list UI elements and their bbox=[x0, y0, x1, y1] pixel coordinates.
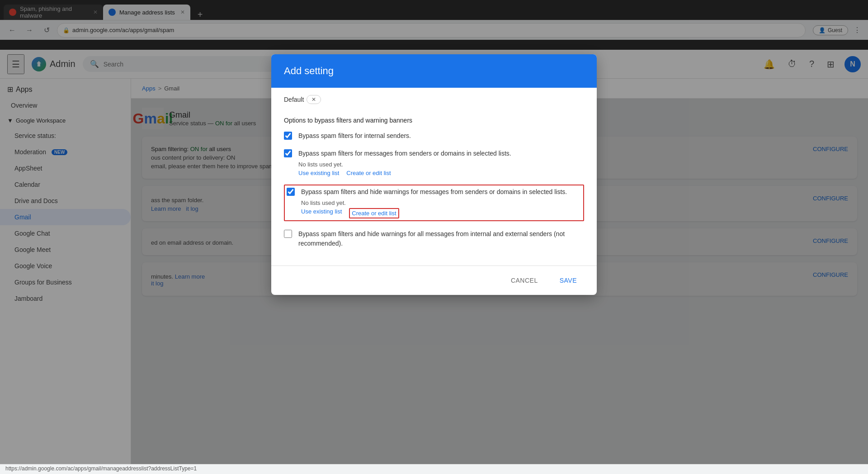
no-lists-text-3: No lists used yet. bbox=[301, 199, 567, 206]
modal-sub-header: Default ✕ bbox=[284, 88, 584, 109]
status-url: https://admin.google.com/ac/apps/gmail/m… bbox=[5, 465, 197, 472]
add-setting-modal: Add setting Default ✕ Options to bypass … bbox=[271, 54, 597, 295]
checkbox-wrapper-1[interactable] bbox=[284, 132, 293, 141]
modal-title: Add setting bbox=[284, 65, 584, 77]
checkbox-label-1: Bypass spam filters for internal senders… bbox=[298, 131, 411, 141]
use-existing-list-link-3[interactable]: Use existing list bbox=[301, 208, 342, 218]
checkbox-bypass-internal[interactable] bbox=[284, 132, 292, 140]
checkbox-label-3: Bypass spam filters and hide warnings fo… bbox=[301, 188, 567, 195]
checkbox-bypass-selected[interactable] bbox=[284, 149, 292, 157]
checkbox-row-3: Bypass spam filters and hide warnings fo… bbox=[284, 185, 584, 221]
no-lists-text-2: No lists used yet. bbox=[298, 161, 511, 168]
default-label: Default ✕ bbox=[284, 95, 321, 104]
list-links-3: Use existing list Create or edit list bbox=[301, 208, 567, 218]
checkbox-wrapper-3[interactable] bbox=[287, 188, 296, 197]
checkbox-row-4: Bypass spam filters and hide warnings fo… bbox=[284, 229, 584, 248]
checkbox-label-4: Bypass spam filters and hide warnings fo… bbox=[298, 229, 584, 248]
checkbox-bypass-hide-warnings[interactable] bbox=[287, 188, 295, 196]
checkbox-row-1: Bypass spam filters for internal senders… bbox=[284, 131, 584, 141]
default-tag: ✕ bbox=[307, 95, 321, 104]
cancel-button[interactable]: CANCEL bbox=[504, 273, 545, 288]
modal-header: Add setting bbox=[271, 54, 597, 88]
checkbox-wrapper-2[interactable] bbox=[284, 149, 293, 158]
checkbox-bypass-all[interactable] bbox=[284, 230, 292, 238]
checkbox-row-2: Bypass spam filters for messages from se… bbox=[284, 149, 584, 176]
section-title: Options to bypass filters and warning ba… bbox=[284, 117, 584, 124]
use-existing-list-link-2[interactable]: Use existing list bbox=[298, 170, 339, 176]
create-edit-list-link-2[interactable]: Create or edit list bbox=[346, 170, 391, 176]
save-button[interactable]: SAVE bbox=[552, 273, 584, 288]
status-bar: https://admin.google.com/ac/apps/gmail/m… bbox=[0, 464, 868, 474]
list-links-2: Use existing list Create or edit list bbox=[298, 170, 511, 176]
modal-body: Default ✕ Options to bypass filters and … bbox=[271, 88, 597, 265]
modal-overlay: Add setting Default ✕ Options to bypass … bbox=[0, 0, 868, 474]
checkbox-label-2: Bypass spam filters for messages from se… bbox=[298, 150, 511, 157]
default-text: Default bbox=[284, 96, 304, 103]
create-edit-list-link-3[interactable]: Create or edit list bbox=[349, 208, 399, 218]
modal-footer: CANCEL SAVE bbox=[271, 265, 597, 295]
checkbox-wrapper-4[interactable] bbox=[284, 230, 293, 239]
